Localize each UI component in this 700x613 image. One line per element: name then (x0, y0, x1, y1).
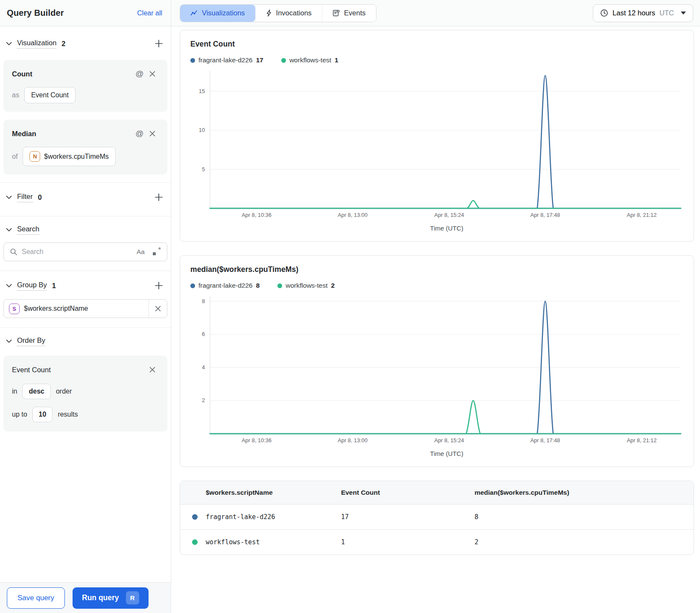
svg-text:Apr 8, 15:24: Apr 8, 15:24 (434, 212, 464, 218)
view-tabs: Visualizations Invocations Events (180, 4, 376, 22)
column-header-median: median($workers.cpuTimeMs) (468, 481, 694, 505)
svg-text:Apr 8, 10:36: Apr 8, 10:36 (242, 212, 271, 218)
keyboard-shortcut-badge: R (126, 591, 139, 604)
series-dot (277, 283, 282, 288)
clear-all-button[interactable]: Clear all (137, 9, 162, 17)
add-visualization-button[interactable] (153, 38, 165, 50)
table-row[interactable]: fragrant-lake-d226 17 8 (180, 505, 694, 530)
result-limit-field[interactable]: 10 (32, 407, 53, 422)
remove-visualization-button[interactable] (146, 127, 159, 140)
svg-text:Apr 8, 17:48: Apr 8, 17:48 (530, 437, 560, 444)
chevron-down-icon[interactable] (6, 196, 12, 199)
results-table-card: $workers.scriptName Event Count median($… (180, 481, 694, 555)
order-by-card: Event Count in desc order up to 10 resul… (3, 356, 167, 432)
tab-events[interactable]: Events (322, 5, 376, 22)
table-row[interactable]: workflows-test 1 2 (180, 530, 694, 555)
legend-item-fragrant-lake[interactable]: fragrant-lake-d226 8 (190, 282, 260, 289)
group-by-section-label: Group By (17, 281, 47, 291)
clock-icon (600, 9, 608, 17)
event-count-cell: 1 (334, 530, 468, 555)
svg-text:Apr 8, 13:00: Apr 8, 13:00 (338, 437, 368, 444)
x-axis-title: Time (UTC) (190, 220, 683, 235)
main-header: Visualizations Invocations Events (171, 0, 700, 26)
legend-series-total: 1 (335, 56, 338, 64)
tab-invocations[interactable]: Invocations (255, 5, 322, 22)
legend-item-fragrant-lake[interactable]: fragrant-lake-d226 17 (190, 56, 263, 64)
chevron-down-icon[interactable] (6, 42, 12, 46)
events-log-icon (332, 9, 340, 17)
remove-group-by-button[interactable] (149, 306, 167, 312)
query-builder-sidebar: Query Builder Clear all Visualization 2 … (0, 0, 171, 613)
time-range-timezone: UTC (659, 9, 674, 17)
legend-item-workflows-test[interactable]: workflows-test 1 (281, 56, 338, 64)
close-icon (149, 367, 155, 373)
page-title: Query Builder (7, 8, 64, 18)
script-name-cell: fragrant-lake-d226 (180, 505, 334, 530)
main-body: Event Count fragrant-lake-d226 17 workfl… (171, 26, 700, 613)
run-query-button[interactable]: Run query R (73, 587, 149, 609)
visualization-card-title: Count (12, 70, 32, 78)
svg-text:Apr 8, 15:24: Apr 8, 15:24 (434, 437, 464, 444)
search-box: Aa * (3, 242, 167, 261)
legend-item-workflows-test[interactable]: workflows-test 2 (277, 282, 335, 289)
search-section-label: Search (17, 225, 39, 235)
run-query-label: Run query (82, 593, 119, 602)
tab-visualizations[interactable]: Visualizations (180, 5, 255, 22)
svg-text:5: 5 (202, 166, 205, 172)
chart-title: Event Count (190, 40, 683, 49)
in-label: in (12, 388, 17, 395)
order-label: order (56, 388, 72, 395)
median-cell: 2 (468, 530, 694, 555)
search-input[interactable] (22, 248, 137, 256)
match-case-icon[interactable]: Aa (137, 248, 145, 256)
median-cell: 8 (468, 505, 694, 530)
mention-button[interactable]: @ (133, 67, 146, 80)
chart-legend: fragrant-lake-d226 8 workflows-test 2 (190, 282, 683, 289)
visualization-alias-field[interactable]: Event Count (24, 87, 76, 103)
legend-series-name: workflows-test (289, 56, 331, 64)
group-by-field-value: $workers.scriptName (24, 305, 88, 312)
sort-direction-selector[interactable]: desc (22, 384, 50, 399)
filter-section-header: Filter 0 (3, 183, 167, 209)
legend-series-total: 8 (256, 282, 260, 289)
legend-series-total: 2 (331, 282, 335, 289)
chevron-down-icon[interactable] (6, 284, 12, 288)
sidebar-footer: Save query Run query R (0, 582, 171, 613)
mention-button[interactable]: @ (133, 127, 146, 140)
median-cputime-plot[interactable]: 2468Apr 8, 10:36Apr 8, 13:00Apr 8, 15:24… (190, 293, 683, 446)
caret-down-icon (681, 12, 686, 15)
close-icon (155, 306, 161, 312)
chevron-down-icon[interactable] (6, 228, 12, 232)
group-by-item[interactable]: S $workers.scriptName (3, 299, 167, 318)
regex-icon[interactable]: * (152, 248, 161, 256)
visualization-section-label: Visualization (17, 39, 56, 49)
time-range-selector[interactable]: Last 12 hours UTC (593, 4, 693, 22)
remove-order-by-button[interactable] (146, 363, 159, 376)
chevron-down-icon[interactable] (6, 339, 12, 343)
script-name: workflows-test (206, 538, 260, 546)
line-chart-icon (190, 10, 198, 16)
save-query-button[interactable]: Save query (7, 587, 65, 609)
median-cputime-chart-card: median($workers.cpuTimeMs) fragrant-lake… (180, 255, 694, 467)
median-field-selector[interactable]: N $workers.cpuTimeMs (23, 147, 115, 166)
order-by-field: Event Count (12, 366, 51, 374)
add-group-by-button[interactable] (153, 280, 165, 292)
series-dot (281, 58, 286, 63)
results-label: results (58, 411, 78, 418)
tab-label: Visualizations (202, 9, 245, 17)
order-by-section-header: Order By (3, 328, 167, 352)
event-count-plot[interactable]: 51015Apr 8, 10:36Apr 8, 13:00Apr 8, 15:2… (190, 67, 683, 220)
visualization-count: 2 (61, 40, 65, 48)
script-name: fragrant-lake-d226 (206, 513, 275, 521)
remove-visualization-button[interactable] (146, 67, 159, 80)
visualization-card-title: Median (12, 130, 36, 138)
sidebar-header: Query Builder Clear all (0, 0, 171, 26)
add-filter-button[interactable] (153, 191, 165, 203)
chart-title: median($workers.cpuTimeMs) (190, 265, 683, 274)
median-field-value: $workers.cpuTimeMs (44, 153, 108, 161)
legend-series-total: 17 (256, 56, 263, 64)
plus-icon (154, 281, 163, 290)
legend-series-name: fragrant-lake-d226 (198, 282, 253, 289)
results-table: $workers.scriptName Event Count median($… (180, 481, 694, 555)
series-dot (192, 514, 198, 520)
